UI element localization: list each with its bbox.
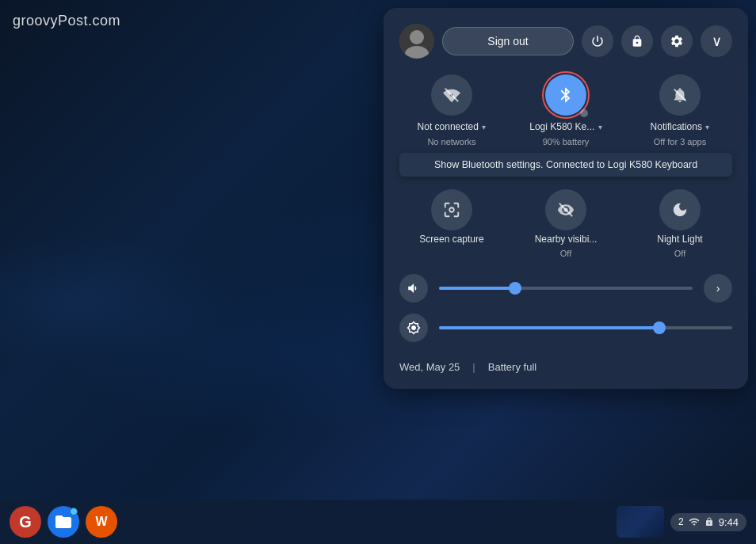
volume-fill [439,287,515,290]
volume-expand-button[interactable]: › [704,274,732,302]
nearby-visibility-label: Nearby visibi... [535,234,598,246]
night-light-sublabel: Off [674,249,685,258]
taskbar-time: 9:44 [719,516,739,528]
brightness-icon [399,314,428,342]
window-thumbnail[interactable] [617,506,664,538]
screen-capture-icon [431,189,472,230]
notifications-tile-icon [659,74,701,116]
screen-capture-label: Screen capture [419,234,483,246]
sign-out-button[interactable]: Sign out [442,27,574,55]
bluetooth-sublabel: 90% battery [543,137,590,146]
taskbar-left: G W [10,506,617,538]
notifications-tile-label: Notifications ▾ [651,119,710,134]
sign-out-label: Sign out [487,35,528,48]
watermark-text: groovyPost.com [13,13,120,29]
bluetooth-tile-icon [545,74,586,116]
settings-button[interactable] [661,25,693,57]
volume-icon [399,274,428,302]
battery-label: Battery full [488,361,536,373]
qs-top-row: Sign out ∨ [399,24,732,59]
system-tray[interactable]: 2 9:44 [670,513,746,531]
qs-tiles-row1: Not connected ▾ No networks Logi K580 Ke… [399,74,732,146]
taskbar-right: 2 9:44 [617,506,746,538]
tray-badge: 2 [678,516,684,527]
wifi-sublabel: No networks [427,137,475,146]
nearby-visibility-icon [545,189,586,230]
night-light-label: Night Light [657,234,702,246]
bluetooth-tooltip: Show Bluetooth settings. Connected to Lo… [399,153,732,177]
wifi-tile-icon [431,74,472,116]
svg-point-1 [410,30,424,44]
avatar [399,24,434,59]
bluetooth-tile-label: Logi K580 Ke... ▾ [529,119,602,134]
volume-slider-row: › [399,274,732,302]
lock-button[interactable] [621,25,653,57]
taskbar-app-files[interactable] [48,506,79,538]
nearby-visibility-sublabel: Off [560,249,571,258]
date-label: Wed, May 25 [399,361,460,373]
brightness-fill [439,326,659,329]
taskbar-app-office[interactable]: W [86,506,117,538]
wifi-tile-label: Not connected ▾ [418,119,487,134]
night-light-tile[interactable]: Night Light Off [628,189,732,259]
power-button[interactable] [582,25,613,57]
chevron-down-button[interactable]: ∨ [701,25,732,57]
brightness-thumb[interactable] [653,321,666,334]
bluetooth-tile[interactable]: Logi K580 Ke... ▾ 90% battery [514,74,618,146]
screen-capture-tile[interactable]: Screen capture [399,189,504,259]
notifications-sublabel: Off for 3 apps [654,137,706,146]
notifications-tile[interactable]: Notifications ▾ Off for 3 apps [628,74,732,146]
wifi-tile[interactable]: Not connected ▾ No networks [399,74,504,146]
taskbar-app-g[interactable]: G [10,506,41,538]
qs-tiles-row2: Screen capture Nearby visibi... Off Nigh… [399,189,732,259]
brightness-track[interactable] [439,326,732,329]
night-light-icon [659,189,701,230]
watermark-label: groovyPost.com [13,13,120,29]
brightness-slider-row [399,314,732,342]
volume-track[interactable] [439,287,693,290]
date-battery-row: Wed, May 25 | Battery full [399,358,732,373]
quick-settings-panel: Sign out ∨ [384,8,748,389]
taskbar: G W 2 9:44 [0,500,756,544]
nearby-visibility-tile[interactable]: Nearby visibi... Off [514,189,618,259]
volume-thumb[interactable] [509,282,521,295]
